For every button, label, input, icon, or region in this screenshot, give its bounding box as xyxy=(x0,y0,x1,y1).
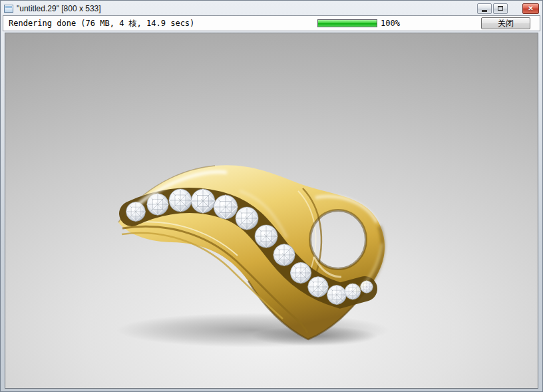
status-bar: Rendering done (76 MB, 4 核, 14.9 secs) 1… xyxy=(3,15,540,31)
titlebar[interactable]: "untitled.29" [800 x 533] ✕ xyxy=(1,1,542,15)
render-image xyxy=(5,33,538,388)
progress-bar-fill xyxy=(318,20,377,27)
window-controls: ✕ xyxy=(476,3,539,14)
minimize-button[interactable] xyxy=(477,3,492,14)
close-render-button[interactable]: 关闭 xyxy=(481,17,530,29)
app-icon xyxy=(4,5,13,13)
progress-percent-label: 100% xyxy=(381,19,400,28)
render-window: "untitled.29" [800 x 533] ✕ Rendering do… xyxy=(0,0,543,392)
maximize-icon xyxy=(498,6,503,11)
render-status-text: Rendering done (76 MB, 4 核, 14.9 secs) xyxy=(3,18,194,29)
minimize-icon xyxy=(482,10,487,12)
ring-shadow xyxy=(116,313,389,347)
close-button[interactable]: ✕ xyxy=(522,3,539,14)
window-title: "untitled.29" [800 x 533] xyxy=(17,4,101,13)
render-viewport xyxy=(5,33,538,389)
maximize-button[interactable] xyxy=(493,3,508,14)
progress-bar xyxy=(317,19,377,27)
close-icon: ✕ xyxy=(528,5,533,12)
